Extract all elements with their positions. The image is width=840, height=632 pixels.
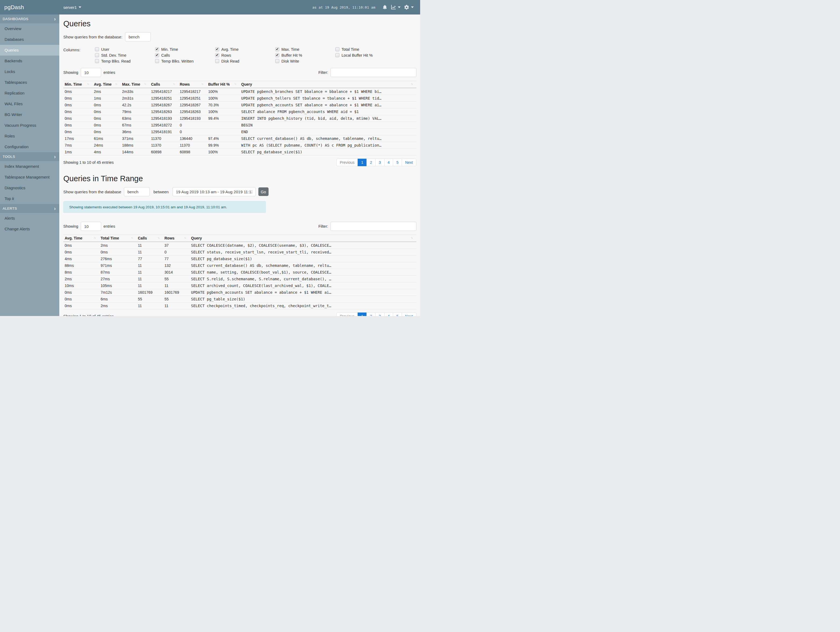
notifications-button[interactable] xyxy=(382,5,387,10)
pagination-next[interactable]: Next xyxy=(402,312,416,316)
pagination-page-1[interactable]: 1 xyxy=(358,312,367,316)
column-checkbox-user[interactable]: User xyxy=(95,47,155,51)
column-header-calls[interactable]: Calls↑↓ xyxy=(150,81,178,88)
entries-count-input[interactable] xyxy=(81,222,101,231)
sidebar-item-locks[interactable]: Locks xyxy=(0,66,59,77)
sidebar-item-databases[interactable]: Databases xyxy=(0,34,59,45)
pagination-next[interactable]: Next xyxy=(402,159,416,166)
sort-icon[interactable]: ↑↓ xyxy=(131,236,135,239)
column-header-avg-time[interactable]: Avg. Time↑↓ xyxy=(63,235,99,242)
sidebar-item-top-k[interactable]: Top k xyxy=(0,193,59,204)
charts-menu-button[interactable] xyxy=(391,5,401,10)
filter-input[interactable] xyxy=(330,68,416,77)
sort-icon[interactable]: ↑↓ xyxy=(115,82,119,86)
column-header-rows[interactable]: Rows↑↓ xyxy=(163,235,189,242)
sidebar-item-tablespace-management[interactable]: Tablespace Management xyxy=(0,172,59,182)
query-link[interactable]: SELECT status, receive_start_lsn, receiv… xyxy=(189,249,416,256)
query-link[interactable]: SELECT current_database() AS db, scheman… xyxy=(189,262,416,269)
sidebar-section-tools[interactable]: TOOLS › xyxy=(0,152,59,161)
column-header-buffer-hit[interactable]: Buffer Hit %↑↓ xyxy=(207,81,240,88)
sort-icon[interactable]: ↑↓ xyxy=(201,82,205,86)
sidebar-item-backends[interactable]: Backends xyxy=(0,55,59,66)
sort-icon[interactable]: ↑↓ xyxy=(184,236,188,239)
query-link[interactable]: SELECT abalance FROM pgbench_accounts WH… xyxy=(240,108,416,115)
sort-icon[interactable]: ↑↓ xyxy=(173,82,177,86)
query-link[interactable]: SELECT archived_count, COALESCE(last_arc… xyxy=(189,282,416,289)
query-link[interactable]: INSERT INTO pgbench_history (tid, bid, a… xyxy=(240,115,416,122)
query-link[interactable]: UPDATE pgbench_accounts SET abalance = a… xyxy=(189,289,416,296)
sidebar-item-roles[interactable]: Roles xyxy=(0,131,59,141)
column-checkbox-buffer-hit[interactable]: ✔Buffer Hit % xyxy=(275,53,335,57)
query-link[interactable]: END xyxy=(240,128,416,135)
sidebar-item-alerts[interactable]: Alerts xyxy=(0,213,59,223)
sidebar-item-change-alerts[interactable]: Change Alerts xyxy=(0,223,59,234)
query-link[interactable]: BEGIN xyxy=(240,122,416,128)
query-link[interactable]: SELECT S.relid, S.schemaname, S.relname,… xyxy=(189,276,416,282)
filter-input[interactable] xyxy=(330,222,416,231)
sort-icon[interactable]: ↑↓ xyxy=(411,236,415,239)
query-link[interactable]: UPDATE pgbench_branches SET bbalance = b… xyxy=(240,88,416,95)
sidebar-item-queries[interactable]: Queries xyxy=(0,45,59,55)
query-link[interactable]: SELECT COALESCE(datname, $2), COALESCE(u… xyxy=(189,242,416,249)
sort-icon[interactable]: ↑↓ xyxy=(158,236,162,239)
column-header-total-time[interactable]: Total Time↑↓ xyxy=(99,235,137,242)
sidebar-item-wal-files[interactable]: WAL Files xyxy=(0,98,59,109)
sidebar-item-configuration[interactable]: Configuration xyxy=(0,141,59,152)
sort-icon[interactable]: ↑↓ xyxy=(411,82,415,86)
column-checkbox-min-time[interactable]: ✔Min. Time xyxy=(155,47,215,51)
entries-count-input[interactable] xyxy=(81,68,101,77)
pagination-page-4[interactable]: 4 xyxy=(384,312,393,316)
column-checkbox-temp-blks-written[interactable]: Temp Blks. Written xyxy=(155,59,215,63)
pagination-page-5[interactable]: 5 xyxy=(393,312,402,316)
sidebar-section-dashboards[interactable]: DASHBOARDS › xyxy=(0,14,59,23)
pagination-page-3[interactable]: 3 xyxy=(375,159,384,166)
sidebar-item-overview[interactable]: Overview xyxy=(0,23,59,34)
pagination-page-5[interactable]: 5 xyxy=(393,159,402,166)
go-button[interactable]: Go xyxy=(258,187,268,196)
column-checkbox-disk-write[interactable]: Disk Write xyxy=(275,59,335,63)
column-header-query[interactable]: Query↑↓ xyxy=(189,235,416,242)
query-link[interactable]: SELECT pg_table_size($1) xyxy=(189,296,416,303)
sidebar-item-replication[interactable]: Replication xyxy=(0,88,59,98)
column-header-query[interactable]: Query↑↓ xyxy=(240,81,416,88)
pagination-page-4[interactable]: 4 xyxy=(384,159,393,166)
column-checkbox-avg-time[interactable]: ✔Avg. Time xyxy=(215,47,275,51)
settings-menu-button[interactable] xyxy=(404,5,414,10)
query-link[interactable]: WITH pc AS (SELECT pubname, COUNT(*) AS … xyxy=(240,142,416,149)
column-checkbox-local-buffer-hit[interactable]: Local Buffer Hit % xyxy=(335,53,373,57)
sidebar-item-vacuum-progress[interactable]: Vacuum Progress xyxy=(0,120,59,131)
sort-icon[interactable]: ↑↓ xyxy=(94,236,98,239)
sidebar-section-alerts[interactable]: ALERTS › xyxy=(0,204,59,213)
sidebar-item-tablespaces[interactable]: Tablespaces xyxy=(0,77,59,88)
column-header-avg-time[interactable]: Avg. Time↑↓ xyxy=(93,81,121,88)
pagination-page-2[interactable]: 2 xyxy=(366,159,376,166)
column-header-calls[interactable]: Calls↑↓ xyxy=(137,235,163,242)
query-link[interactable]: UPDATE pgbench_tellers SET tbalance = tb… xyxy=(240,95,416,102)
query-link[interactable]: SELECT pg_database_size($1) xyxy=(189,256,416,262)
column-checkbox-temp-blks-read[interactable]: Temp Blks. Read xyxy=(95,59,155,63)
column-checkbox-max-time[interactable]: ✔Max. Time xyxy=(275,47,335,51)
sort-icon[interactable]: ↑↓ xyxy=(234,82,238,86)
sort-icon[interactable]: ↑↓ xyxy=(144,82,148,86)
database-input[interactable] xyxy=(124,187,150,196)
column-checkbox-calls[interactable]: ✔Calls xyxy=(155,53,215,57)
query-link[interactable]: SELECT name, setting, COALESCE(boot_val,… xyxy=(189,269,416,276)
column-checkbox-disk-read[interactable]: Disk Read xyxy=(215,59,275,63)
query-link[interactable]: UPDATE pgbench_accounts SET abalance = a… xyxy=(240,102,416,108)
pagination-page-3[interactable]: 3 xyxy=(375,312,384,316)
sort-icon[interactable]: ↑↓ xyxy=(87,82,91,86)
column-checkbox-std-dev-time[interactable]: Std. Dev. Time xyxy=(95,53,155,57)
server-selector[interactable]: server1 xyxy=(63,5,81,10)
query-link[interactable]: SELECT pg_database_size($1) xyxy=(240,149,416,155)
query-link[interactable]: SELECT checkpoints_timed, checkpoints_re… xyxy=(189,303,416,309)
column-checkbox-total-time[interactable]: Total Time xyxy=(335,47,373,51)
sidebar-item-diagnostics[interactable]: Diagnostics xyxy=(0,182,59,193)
column-checkbox-rows[interactable]: ✔Rows xyxy=(215,53,275,57)
query-link[interactable]: SELECT current_database() AS db, scheman… xyxy=(240,135,416,142)
column-header-max-time[interactable]: Max. Time↑↓ xyxy=(121,81,150,88)
pagination-previous[interactable]: Previous xyxy=(336,312,358,316)
pagination-page-2[interactable]: 2 xyxy=(366,312,376,316)
pagination-page-1[interactable]: 1 xyxy=(358,159,367,166)
date-range-input[interactable] xyxy=(172,187,256,196)
column-header-min-time[interactable]: Min. Time↑↓ xyxy=(63,81,93,88)
